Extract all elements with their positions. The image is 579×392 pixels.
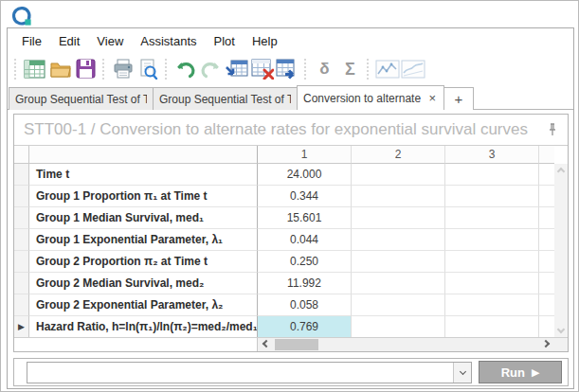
value-cell[interactable]: 0.250	[258, 251, 352, 273]
row-label-cell[interactable]: Group 1 Proportion π₁ at Time t	[29, 186, 258, 207]
column-header[interactable]: 1	[258, 146, 352, 164]
tab-label: Group Sequential Test of T	[159, 93, 291, 106]
value-cell[interactable]: 0.344	[258, 186, 352, 207]
value-cell[interactable]	[352, 207, 445, 229]
redo-icon[interactable]	[198, 56, 224, 81]
combobox-dropdown-button[interactable]	[453, 363, 471, 383]
table-row: Group 2 Proportion π₂ at Time t 0.250	[14, 251, 568, 273]
pin-icon[interactable]	[545, 122, 560, 137]
open-folder-icon[interactable]	[47, 56, 73, 81]
row-label-cell[interactable]: Group 2 Median Survival, med₂	[29, 273, 258, 294]
partial-cell	[539, 251, 554, 273]
value-cell[interactable]	[352, 316, 445, 338]
row-header-cell[interactable]	[14, 294, 29, 316]
sigma-icon[interactable]: Σ	[337, 56, 363, 81]
menu-item-edit[interactable]: Edit	[50, 30, 88, 52]
row-label-cell[interactable]: Group 1 Exponential Parameter, λ₁	[29, 229, 258, 251]
scroll-left-icon[interactable]	[262, 340, 270, 347]
row-label-cell[interactable]: Group 2 Exponential Parameter, λ₂	[29, 294, 258, 316]
chevron-down-icon	[459, 368, 465, 375]
menu-item-assistants[interactable]: Assistants	[132, 30, 205, 52]
value-cell[interactable]	[445, 251, 539, 273]
value-cell[interactable]	[445, 164, 539, 186]
app-window: FileEditViewAssistantsPlotHelp	[0, 0, 579, 392]
value-cell[interactable]	[445, 294, 539, 316]
tab-label: Conversion to alternate	[303, 92, 423, 105]
new-tab-button[interactable]: +	[443, 87, 474, 110]
delta-icon[interactable]: δ	[312, 56, 337, 81]
row-header-cell[interactable]	[14, 186, 29, 207]
value-cell[interactable]: 0.058	[258, 294, 352, 316]
row-label-cell[interactable]: Group 1 Median Survival, med₁	[29, 207, 258, 229]
undo-icon[interactable]	[172, 56, 198, 81]
row-label-cell[interactable]: Time t	[29, 164, 258, 186]
value-cell[interactable]: 24.000	[258, 164, 352, 186]
value-cell[interactable]	[445, 316, 539, 338]
row-header-cell[interactable]	[14, 164, 29, 186]
hscroll-spacer	[14, 338, 258, 351]
row-header-cell[interactable]	[14, 251, 29, 273]
vertical-scrollbar[interactable]	[554, 164, 568, 337]
scroll-right-icon[interactable]	[542, 340, 550, 347]
tab-0[interactable]: Group Sequential Test of T ×	[9, 87, 154, 110]
app-frame: FileEditViewAssistantsPlotHelp	[7, 27, 574, 389]
row-header-cell[interactable]	[14, 273, 29, 294]
delta-glyph: δ	[319, 61, 329, 77]
grid-header-row: 1 2 3	[14, 146, 568, 164]
close-icon[interactable]: ×	[426, 91, 438, 105]
tab-2[interactable]: Conversion to alternate ×	[297, 85, 444, 110]
value-cell[interactable]	[445, 186, 539, 207]
menu-item-help[interactable]: Help	[244, 30, 286, 52]
menu-item-file[interactable]: File	[13, 30, 50, 52]
line-plot-icon[interactable]	[400, 56, 425, 81]
row-header-cell[interactable]	[14, 229, 29, 251]
value-cell[interactable]	[445, 273, 539, 294]
value-cell[interactable]	[352, 229, 445, 251]
value-cell[interactable]	[352, 251, 445, 273]
run-button[interactable]: Run ▶	[479, 361, 562, 383]
row-header-cell[interactable]	[14, 207, 29, 229]
menu-item-view[interactable]: View	[88, 30, 132, 52]
grid-partial-header	[539, 146, 554, 164]
value-cell[interactable]	[352, 294, 445, 316]
scroll-up-icon[interactable]	[557, 168, 565, 175]
menu-item-plot[interactable]: Plot	[206, 30, 244, 52]
delete-table-icon[interactable]	[249, 56, 275, 81]
horizontal-scrollbar[interactable]	[258, 338, 554, 351]
value-cell[interactable]	[352, 273, 445, 294]
procedure-input[interactable]	[27, 363, 453, 383]
scroll-down-icon[interactable]	[557, 326, 565, 333]
value-cell[interactable]	[445, 207, 539, 229]
procedure-combobox[interactable]	[27, 362, 472, 383]
partial-cell	[539, 229, 554, 251]
save-icon[interactable]	[73, 56, 99, 81]
new-spreadsheet-icon[interactable]	[22, 56, 47, 81]
column-header[interactable]: 3	[445, 146, 539, 164]
partial-cell	[539, 316, 554, 338]
data-grid: 1 2 3 Time t 24.000 Group 1 Proportion π…	[14, 146, 568, 338]
page-title: STT00-1 / Conversion to alternate rates …	[24, 120, 545, 139]
print-icon[interactable]	[110, 56, 136, 81]
partial-cell	[539, 294, 554, 316]
row-label-cell[interactable]: Hazard Ratio, h=ln(π₁)/ln(π₂)=med₂/med₁	[29, 316, 258, 338]
value-cell[interactable]	[352, 186, 445, 207]
print-preview-icon[interactable]	[136, 56, 161, 81]
toolbar-gripper	[14, 59, 20, 80]
scatter-plot-icon[interactable]	[374, 56, 400, 81]
value-cell[interactable]: 11.992	[258, 273, 352, 294]
tab-1[interactable]: Group Sequential Test of T ×	[153, 87, 298, 110]
value-cell[interactable]: 0.044	[258, 229, 352, 251]
column-header[interactable]: 2	[352, 146, 445, 164]
row-header-cell[interactable]: ▶	[14, 316, 29, 338]
current-row-marker: ▶	[18, 323, 25, 331]
value-cell[interactable]: 15.601	[258, 207, 352, 229]
value-cell[interactable]: 0.769	[258, 316, 352, 338]
value-cell[interactable]	[352, 164, 445, 186]
row-label-cell[interactable]: Group 2 Proportion π₂ at Time t	[29, 251, 258, 273]
grid-body: Time t 24.000 Group 1 Proportion π₁ at T…	[14, 164, 568, 338]
tab-label: Group Sequential Test of T	[15, 93, 147, 106]
export-table-icon[interactable]	[275, 56, 300, 81]
hscroll-thumb[interactable]	[275, 339, 318, 350]
value-cell[interactable]	[445, 229, 539, 251]
insert-table-icon[interactable]	[224, 56, 249, 81]
